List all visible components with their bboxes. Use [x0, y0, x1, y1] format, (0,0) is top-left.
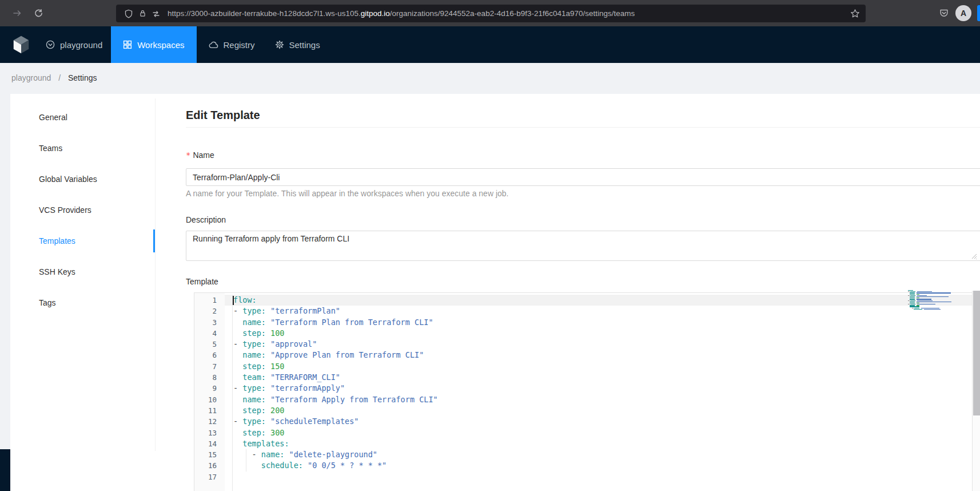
line-number: 14	[194, 438, 225, 449]
minimap-row	[908, 310, 957, 311]
code-line[interactable]: name: "Terraform Plan from Terraform CLI…	[225, 317, 972, 328]
minimap-row	[908, 294, 957, 295]
minimap-row	[908, 298, 957, 298]
code-line[interactable]: - type: "scheduleTemplates"	[225, 416, 972, 427]
minimap-row	[908, 308, 957, 308]
code-line[interactable]: step: 150	[225, 361, 972, 372]
code-line[interactable]	[225, 472, 972, 482]
settings-side-menu: General Teams Global Variables VCS Provi…	[10, 98, 156, 451]
minimap-row	[908, 304, 957, 304]
code-line[interactable]: - name: "delete-playground"	[225, 449, 972, 460]
org-down-circle-icon	[46, 40, 55, 49]
org-selector[interactable]: playground	[46, 26, 102, 63]
shield-icon[interactable]	[122, 7, 136, 21]
sidebar-item-teams[interactable]: Teams	[10, 137, 155, 160]
line-number: 11	[194, 405, 225, 416]
sidebar-corner-block	[0, 449, 10, 491]
code-line[interactable]: templates:	[225, 438, 972, 449]
code-line[interactable]: name: "Approve Plan from Terraform CLI"	[225, 350, 972, 361]
permissions-icon[interactable]	[149, 7, 163, 21]
settings-gear-icon	[275, 40, 284, 49]
url-path: /organizations/9244552a-eab2-4d16-b9f3-2…	[390, 9, 635, 18]
sidebar-item-tags[interactable]: Tags	[10, 291, 155, 314]
line-number: 1	[194, 295, 225, 306]
editor-minimap[interactable]	[908, 290, 957, 311]
minimap-row	[908, 302, 957, 302]
tab-label: Workspaces	[137, 40, 184, 50]
template-code-editor[interactable]: 1234567891011121314151617 flow:- type: "…	[194, 292, 972, 491]
name-help-text: A name for your Template. This will appe…	[186, 189, 508, 198]
line-number: 7	[194, 361, 225, 372]
code-line[interactable]: - type: "approval"	[225, 339, 972, 350]
code-line[interactable]: flow:	[225, 295, 972, 306]
minimap-row	[908, 299, 957, 299]
page-title: Edit Template	[186, 109, 260, 122]
minimap-row	[908, 296, 957, 297]
editor-scrollbar-thumb[interactable]	[973, 291, 980, 415]
breadcrumb: playground / Settings	[11, 73, 97, 82]
screen: https://3000-azbuilder-terrakube-h128dcd…	[0, 0, 980, 491]
name-input[interactable]	[186, 168, 980, 186]
sidebar-item-vcs-providers[interactable]: VCS Providers	[10, 199, 155, 221]
breadcrumb-current: Settings	[68, 73, 97, 82]
minimap-row	[908, 290, 957, 291]
minimap-row	[908, 303, 957, 303]
title-divider	[186, 127, 980, 128]
code-line[interactable]: - type: "terraformApply"	[225, 383, 972, 394]
settings-card: General Teams Global Variables VCS Provi…	[10, 94, 980, 491]
template-label: Template	[186, 277, 218, 286]
description-textarea[interactable]: Running Terraform apply from Terraform C…	[186, 231, 980, 261]
url-prefix: https://3000-azbuilder-terrakube-h128dcd…	[168, 9, 361, 18]
breadcrumb-parent[interactable]: playground	[11, 73, 51, 82]
text-cursor	[233, 296, 234, 305]
description-label: Description	[186, 215, 226, 224]
refresh-icon[interactable]	[29, 4, 47, 22]
url-bar[interactable]: https://3000-azbuilder-terrakube-h128dcd…	[116, 5, 866, 22]
minimap-row	[908, 309, 957, 310]
sidebar-item-global-variables[interactable]: Global Variables	[10, 168, 155, 191]
breadcrumb-bar: playground / Settings	[0, 63, 980, 94]
minimap-row	[908, 291, 957, 292]
sidebar-item-general[interactable]: General	[10, 106, 155, 129]
code-line[interactable]: step: 300	[225, 427, 972, 438]
bookmark-star-icon[interactable]	[850, 9, 860, 18]
terrakube-logo[interactable]	[11, 35, 31, 54]
app-header: playground Workspaces Registry Settings	[0, 26, 980, 63]
tab-workspaces[interactable]: Workspaces	[111, 26, 196, 63]
account-button-sliver[interactable]	[977, 5, 980, 21]
code-line[interactable]: step: 200	[225, 405, 972, 416]
minimap-row	[908, 300, 957, 301]
sidebar-item-templates[interactable]: Templates	[10, 229, 155, 252]
sidebar-item-ssh-keys[interactable]: SSH Keys	[10, 260, 155, 283]
forward-icon[interactable]	[8, 4, 26, 22]
lock-icon[interactable]	[136, 7, 149, 21]
url-text[interactable]: https://3000-azbuilder-terrakube-h128dcd…	[168, 9, 635, 18]
code-line[interactable]: team: "TERRAFORM_CLI"	[225, 372, 972, 383]
browser-toolbar: https://3000-azbuilder-terrakube-h128dcd…	[0, 0, 980, 26]
tab-label: Settings	[289, 40, 320, 50]
breadcrumb-separator: /	[58, 73, 61, 82]
url-host-highlight: gitpod.io	[361, 9, 390, 18]
minimap-row	[908, 305, 957, 306]
line-number-gutter: 1234567891011121314151617	[194, 293, 225, 491]
tab-registry[interactable]: Registry	[197, 26, 267, 63]
tab-settings[interactable]: Settings	[267, 26, 332, 63]
line-number: 4	[194, 328, 225, 339]
code-content[interactable]: flow:- type: "terraformPlan" name: "Terr…	[225, 293, 972, 491]
editor-scrollbar[interactable]	[972, 291, 980, 491]
line-number: 8	[194, 372, 225, 383]
textarea-resize-handle[interactable]	[970, 252, 978, 260]
line-number: 9	[194, 383, 225, 394]
pocket-icon[interactable]	[936, 5, 952, 21]
code-line[interactable]: name: "Terraform Apply from Terraform CL…	[225, 394, 972, 405]
code-line[interactable]: - type: "terraformPlan"	[225, 306, 972, 316]
line-number: 13	[194, 427, 225, 438]
code-line[interactable]: schedule: "0 0/5 * ? * * *"	[225, 460, 972, 471]
code-line[interactable]: step: 100	[225, 328, 972, 339]
required-asterisk: *	[186, 151, 190, 160]
minimap-row	[908, 295, 957, 296]
workspaces-grid-icon	[123, 40, 132, 49]
tab-label: Registry	[224, 40, 255, 50]
browser-avatar[interactable]: A	[955, 5, 971, 21]
line-number: 15	[194, 449, 225, 460]
